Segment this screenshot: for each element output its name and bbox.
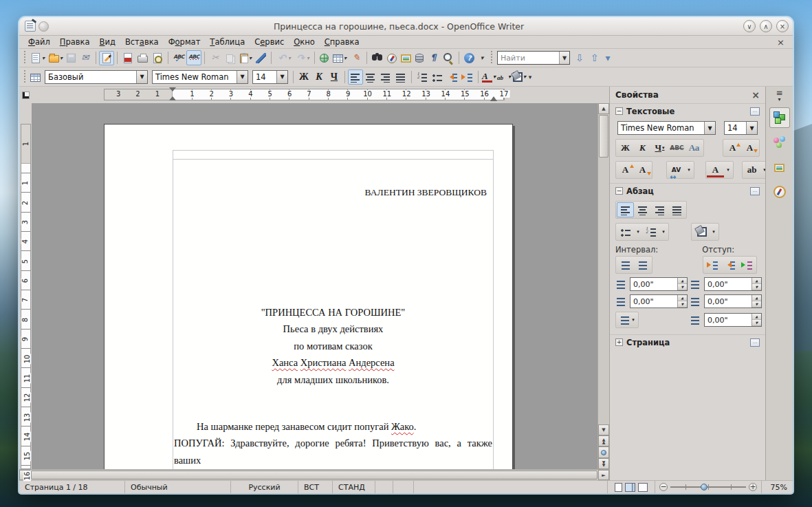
above-spacing-field[interactable]: 0,00" ▲▼ [630, 277, 688, 291]
horizontal-scrollbar[interactable]: ◄ ► [19, 469, 609, 480]
increase-font-size-button[interactable]: А [724, 140, 741, 155]
bullet-list-button[interactable] [617, 224, 634, 239]
book-view-icon[interactable] [638, 483, 648, 492]
numbered-list-button[interactable] [642, 224, 659, 239]
email-document-button[interactable]: ✉ [78, 50, 93, 65]
toolbar-options-button[interactable]: ▾ [476, 50, 487, 65]
first-line-indent-field[interactable]: 0,00" ▲▼ [704, 313, 762, 327]
font-name-combo[interactable]: Times New Roman▼ [152, 70, 248, 84]
status-signature[interactable] [393, 481, 414, 493]
chevron-down-icon[interactable]: ▾ [249, 55, 252, 61]
new-document-button[interactable]: ▾ [28, 51, 47, 65]
toolbar-grip[interactable] [22, 51, 27, 65]
close-button[interactable]: × [776, 20, 789, 32]
sidebar-increase-indent-button[interactable] [704, 257, 721, 272]
chevron-down-icon[interactable]: ▼ [276, 71, 287, 83]
collapse-paragraph-section-icon[interactable]: − [615, 187, 623, 195]
hyperlink-button[interactable] [318, 51, 331, 65]
find-replace-button[interactable] [370, 50, 385, 65]
sidebar-decrease-indent-button[interactable] [721, 257, 738, 272]
bold-button[interactable]: Ж [296, 69, 311, 85]
align-justify-button[interactable] [393, 69, 408, 85]
menu-сервис[interactable]: Сервис [250, 36, 289, 47]
highlight-color-button[interactable]: ab [743, 162, 760, 177]
horizontal-scroll-thumb[interactable] [31, 471, 597, 479]
scroll-up-button[interactable]: ▲ [598, 103, 609, 114]
subscript-button[interactable]: А [634, 162, 651, 177]
find-input[interactable]: Найти▼ [497, 51, 570, 65]
menu-вид[interactable]: Вид [95, 36, 120, 47]
spin-down-icon[interactable]: ▼ [752, 320, 761, 326]
sidebar-bold-button[interactable]: Ж [617, 140, 634, 155]
zoom-button[interactable] [441, 50, 456, 65]
document-body-line[interactable]: На шарманке перед занавесом сидит попуга… [173, 418, 493, 435]
chevron-down-icon[interactable]: ▾ [659, 224, 668, 239]
status-language[interactable]: Русский [231, 481, 298, 493]
titlebar[interactable]: Принцесса на горошине, пьеса.docx - Open… [19, 17, 793, 36]
decrease-spacing-button[interactable] [634, 257, 651, 272]
horizontal-scroll-track[interactable] [30, 470, 598, 480]
cut-button[interactable]: ✂ [208, 50, 223, 65]
collapse-text-section-icon[interactable]: − [615, 107, 623, 115]
status-document-modified[interactable] [375, 481, 393, 493]
help-button[interactable]: ? [462, 51, 476, 65]
document-body-block[interactable]: На шарманке перед занавесом сидит попуга… [173, 418, 493, 469]
line-spacing-button[interactable]: ▾ [615, 312, 639, 328]
zoom-slider-track[interactable] [670, 482, 746, 492]
sidebar-italic-button[interactable]: К [634, 140, 651, 155]
spin-up-icon[interactable]: ▲ [752, 314, 761, 320]
paragraph-style-combo[interactable]: Базовый▼ [45, 70, 148, 84]
align-right-button[interactable] [378, 69, 393, 85]
scroll-right-button[interactable]: ► [598, 470, 609, 480]
spin-down-icon[interactable]: ▼ [752, 284, 761, 290]
document-title-line[interactable]: для младших школьников. [173, 371, 493, 388]
chevron-down-icon[interactable]: ▾ [508, 74, 511, 80]
auto-spellcheck-button[interactable] [186, 50, 201, 65]
navigator-button[interactable] [385, 51, 399, 65]
status-insert-mode[interactable]: ВСТ [298, 481, 333, 493]
vertical-scrollbar[interactable]: ▲ ▼ ▲ ▲ ▼ ▼ [597, 103, 609, 469]
document-page[interactable]: ВАЛЕНТИН ЗВЕРОВЩИКОВ "ПРИНЦЕССА НА ГОРОШ… [104, 124, 513, 469]
toolbar-grip[interactable] [22, 70, 27, 84]
document-title-line[interactable]: Пьеса в двух действиях [173, 321, 493, 337]
spin-up-icon[interactable]: ▲ [678, 295, 687, 301]
switch-indent-button[interactable] [738, 257, 756, 272]
multi-page-view-icon[interactable] [625, 483, 633, 492]
increase-indent-button[interactable] [460, 69, 475, 85]
zoom-out-icon[interactable]: − [659, 483, 668, 491]
sidebar-close-icon[interactable]: × [751, 89, 760, 100]
indent-marker[interactable] [169, 87, 176, 100]
sidebar-font-name-combo[interactable]: Times New Roman ▼ [617, 121, 716, 135]
decrease-indent-button[interactable] [445, 69, 460, 85]
chevron-down-icon[interactable]: ▼ [237, 71, 248, 83]
find-next-button[interactable]: ⇩ [572, 52, 587, 63]
data-sources-button[interactable] [413, 51, 426, 65]
chevron-down-icon[interactable]: ▾ [710, 224, 718, 239]
navigation-button[interactable] [598, 446, 609, 458]
edit-file-button[interactable] [99, 51, 114, 65]
spin-down-icon[interactable]: ▼ [678, 301, 687, 308]
sidebar-align-right-button[interactable] [651, 202, 668, 217]
tab-stop-selector[interactable] [19, 87, 32, 103]
document-body-line[interactable]: мам и пап , дедушек и бабушек. Наши двер… [173, 468, 493, 469]
font-size-combo[interactable]: 14▼ [252, 70, 288, 84]
save-document-button[interactable] [65, 51, 78, 65]
chevron-down-icon[interactable]: ▾ [307, 55, 309, 61]
single-page-view-icon[interactable] [615, 483, 622, 492]
spin-down-icon[interactable]: ▼ [678, 284, 687, 290]
spin-up-icon[interactable]: ▲ [752, 295, 761, 301]
align-left-button[interactable] [348, 69, 363, 85]
page-preview-button[interactable] [150, 51, 165, 65]
expand-page-section-icon[interactable]: + [615, 338, 623, 346]
character-spacing-button[interactable]: AV [668, 162, 685, 177]
superscript-button[interactable]: А [617, 162, 634, 177]
minimize-button[interactable]: ∨ [743, 20, 756, 32]
italic-button[interactable]: К [311, 69, 327, 85]
styles-panel-button[interactable] [28, 70, 43, 84]
chevron-down-icon[interactable]: ▾ [344, 55, 347, 61]
sidebar-align-center-button[interactable] [634, 202, 651, 217]
find-toolbar-options-button[interactable]: ▾ [602, 52, 614, 63]
spin-down-icon[interactable]: ▼ [752, 301, 761, 308]
vertical-scroll-thumb[interactable] [599, 115, 608, 158]
paragraph-background-button[interactable] [692, 224, 710, 239]
